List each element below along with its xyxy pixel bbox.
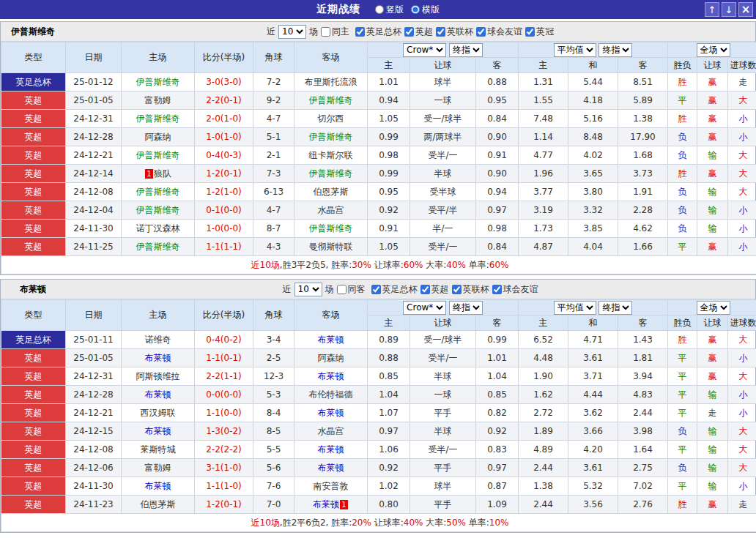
- home-team-name[interactable]: 西汉姆联: [141, 408, 176, 418]
- avg-home-cell: 2.44: [519, 496, 568, 514]
- match-count-select[interactable]: 10: [278, 25, 306, 39]
- away-team-name[interactable]: 布莱顿: [318, 335, 344, 345]
- same-venue-filter[interactable]: 同客: [337, 283, 366, 296]
- home-team-name[interactable]: 伯恩茅斯: [141, 499, 176, 509]
- col-avg-away: 客: [618, 315, 668, 331]
- home-team-name[interactable]: 伊普斯维奇: [136, 205, 180, 215]
- league-checkbox[interactable]: [355, 27, 365, 37]
- home-team-name[interactable]: 布莱顿: [145, 353, 171, 363]
- away-team-cell: 布莱顿: [294, 459, 368, 477]
- away-team-cell: 布莱顿1: [294, 496, 368, 514]
- home-team-name[interactable]: 布莱顿: [145, 426, 171, 436]
- away-team-name[interactable]: 伊普斯维奇: [309, 95, 353, 105]
- league-filter[interactable]: 英联杯: [436, 26, 473, 38]
- home-team-name[interactable]: 布莱顿: [145, 389, 171, 400]
- league-checkbox[interactable]: [525, 27, 535, 37]
- odds-source-select[interactable]: Crow*: [403, 301, 446, 315]
- league-filter[interactable]: 球会友谊: [476, 26, 522, 38]
- home-team-name[interactable]: 伊普斯维奇: [136, 150, 180, 160]
- away-team-name[interactable]: 布莱顿: [318, 463, 344, 473]
- away-team-name[interactable]: 伊普斯维奇: [309, 132, 353, 142]
- home-team-name[interactable]: 富勒姆: [145, 95, 171, 105]
- goals-cell: 走: [728, 496, 756, 514]
- home-team-name[interactable]: 莱斯特城: [141, 444, 176, 455]
- home-team-name[interactable]: 布莱顿: [145, 481, 171, 491]
- away-team-name[interactable]: 布里斯托流浪: [305, 77, 357, 87]
- move-down-button[interactable]: ↓: [722, 2, 736, 17]
- layout-radio[interactable]: [375, 5, 384, 14]
- scope-select[interactable]: 全场: [697, 301, 730, 315]
- close-button[interactable]: ×: [738, 2, 753, 17]
- league-checkbox[interactable]: [420, 285, 430, 294]
- same-venue-checkbox[interactable]: [337, 285, 346, 294]
- league-checkbox[interactable]: [492, 285, 502, 294]
- avg-away-cell: 5.89: [618, 91, 668, 110]
- away-team-name[interactable]: 水晶宫: [318, 205, 344, 215]
- section-bar: 伊普斯维奇 近 10 场 同主 英足总杯英超英联杯球会友谊英冠: [1, 22, 755, 42]
- away-team-name[interactable]: 伊普斯维奇: [309, 168, 353, 179]
- layout-option[interactable]: 横版: [411, 4, 440, 16]
- away-team-name[interactable]: 布伦特福德: [309, 389, 353, 400]
- league-cell: 英超: [1, 110, 66, 128]
- home-team-name[interactable]: 富勒姆: [145, 463, 171, 473]
- away-team-name[interactable]: 布莱顿: [318, 444, 344, 455]
- odds-header-group: Crow* 终指: [368, 300, 519, 315]
- home-team-name[interactable]: 阿斯顿维拉: [136, 371, 180, 381]
- away-team-name[interactable]: 水晶宫: [318, 426, 344, 436]
- layout-option[interactable]: 竖版: [375, 4, 404, 16]
- away-odds-cell: 1.01: [476, 349, 519, 367]
- avg-stage-select[interactable]: 终指: [598, 43, 632, 57]
- league-checkbox[interactable]: [371, 285, 381, 294]
- odds-stage-select[interactable]: 终指: [449, 43, 483, 57]
- league-checkbox[interactable]: [436, 27, 445, 37]
- summary-segment: 胜率:: [331, 260, 352, 270]
- avg-source-select[interactable]: 平均值: [554, 301, 596, 315]
- home-team-name[interactable]: 伊普斯维奇: [136, 113, 180, 124]
- away-team-name[interactable]: 布莱顿: [318, 371, 344, 381]
- league-checkbox[interactable]: [476, 27, 486, 37]
- odds-source-select[interactable]: Crow*: [403, 43, 446, 57]
- away-team-name[interactable]: 阿森纳: [318, 353, 344, 363]
- away-team-name[interactable]: 伯恩茅斯: [314, 187, 349, 197]
- odds-stage-select[interactable]: 终指: [449, 301, 483, 315]
- league-checkbox[interactable]: [404, 27, 414, 37]
- away-odds-cell: 0.84: [476, 238, 519, 256]
- scope-select[interactable]: 全场: [697, 43, 730, 57]
- summary-segment: 60%: [404, 260, 423, 270]
- home-team-name[interactable]: 伊普斯维奇: [136, 187, 180, 197]
- league-checkbox[interactable]: [452, 285, 462, 294]
- away-team-name[interactable]: 伊普斯维奇: [309, 223, 353, 233]
- avg-source-select[interactable]: 平均值: [554, 43, 596, 57]
- away-team-name[interactable]: 纽卡斯尔联: [309, 150, 353, 160]
- league-filter[interactable]: 英足总杯: [371, 283, 418, 296]
- same-venue-checkbox[interactable]: [321, 27, 330, 37]
- home-team-name[interactable]: 诺丁汉森林: [136, 223, 180, 233]
- away-team-name[interactable]: 布莱顿: [318, 408, 344, 418]
- home-team-name[interactable]: 狼队: [154, 168, 171, 179]
- move-up-button[interactable]: ↑: [705, 2, 719, 17]
- league-filter[interactable]: 英足总杯: [355, 26, 401, 38]
- score-cell: 1-1(1-0): [195, 477, 253, 496]
- league-filter[interactable]: 英联杯: [452, 283, 489, 296]
- goals-cell: 小: [728, 201, 756, 220]
- home-team-name[interactable]: 阿森纳: [145, 132, 171, 142]
- summary-text: 近10场,胜2平6负2, 胜率:20% 让球率:40% 大率:50% 单率:10…: [1, 514, 756, 532]
- avg-stage-select[interactable]: 终指: [598, 301, 632, 315]
- away-team-name[interactable]: 曼彻斯特联: [309, 242, 353, 252]
- away-team-name[interactable]: 切尔西: [318, 113, 344, 124]
- home-team-name[interactable]: 伊普斯维奇: [136, 242, 180, 252]
- league-filter[interactable]: 英超: [420, 283, 449, 296]
- away-team-name[interactable]: 南安普敦: [314, 481, 349, 491]
- layout-radio[interactable]: [411, 5, 420, 14]
- away-team-name[interactable]: 布莱顿: [313, 499, 339, 509]
- same-venue-filter[interactable]: 同主: [321, 26, 349, 38]
- league-filter[interactable]: 球会友谊: [492, 283, 538, 296]
- home-team-name[interactable]: 诺维奇: [145, 335, 171, 345]
- league-filter[interactable]: 英冠: [525, 26, 554, 38]
- home-odds-cell: 0.99: [368, 128, 410, 146]
- home-team-name[interactable]: 伊普斯维奇: [136, 77, 180, 87]
- filter-bar: 近 10 场 同客 英足总杯英超英联杯球会友谊: [65, 283, 755, 296]
- match-count-select[interactable]: 10: [294, 283, 322, 296]
- league-filter[interactable]: 英超: [404, 26, 433, 38]
- avg-draw-cell: 3.66: [568, 422, 618, 441]
